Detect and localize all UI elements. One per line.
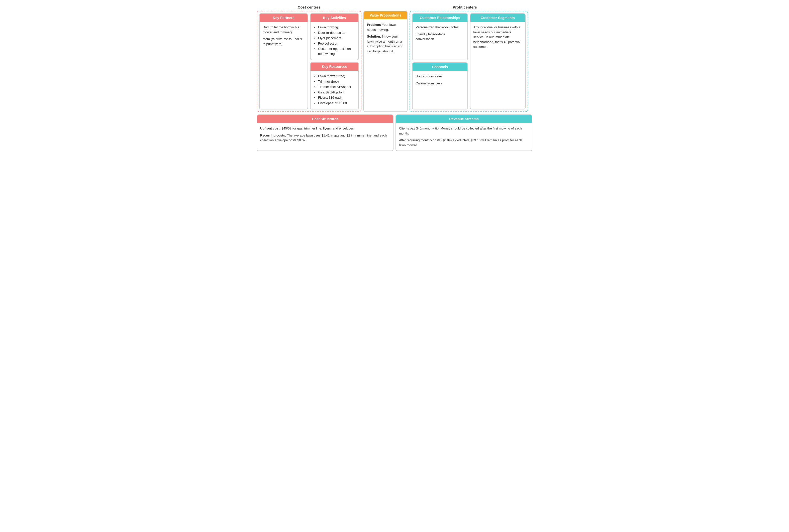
- bmc-grid: Key Partners Dad (to let me borrow his m…: [257, 11, 532, 112]
- key-activities-list: Lawn mowing Door-to-door sales Flyer pla…: [314, 25, 355, 56]
- cost-upfront-label: Upfront cost:: [260, 127, 281, 130]
- customer-segments-header: Customer Segments: [471, 14, 525, 22]
- vp-solution-label: Solution:: [367, 35, 381, 38]
- cost-upfront-text: $45/58 for gas, trimmer line, flyers, an…: [281, 127, 355, 130]
- list-item: Fee collection: [318, 41, 355, 46]
- list-item: Lawn mowing: [318, 25, 355, 30]
- customer-segments-col: Customer Segments Any individual or busi…: [470, 13, 526, 110]
- cost-structures-header: Cost Structures: [257, 115, 393, 123]
- customer-relationships-header: Customer Relationships: [412, 14, 467, 22]
- key-partners-body: Dad (to let me borrow his mower and trim…: [260, 22, 308, 109]
- list-item: Lawn mower (free): [318, 74, 355, 79]
- key-partners-card: Key Partners Dad (to let me borrow his m…: [259, 13, 308, 110]
- channel-item1: Door-to-door sales: [416, 74, 464, 79]
- cost-structures-card: Cost Structures Upfront cost: $45/58 for…: [257, 114, 393, 151]
- key-resources-body: Lawn mower (free) Trimmer (free) Timmer …: [311, 71, 359, 109]
- list-item: Gas: $2.34/gallon: [318, 90, 355, 95]
- value-propositions-col: Value Propositions Problem: Your lawn ne…: [363, 11, 407, 112]
- channels-card: Channels Door-to-door sales Call-ins fro…: [412, 62, 468, 110]
- key-activities-body: Lawn mowing Door-to-door sales Flyer pla…: [311, 22, 359, 60]
- channel-item2: Call-ins from flyers: [416, 81, 464, 86]
- vp-solution: Solution: I mow your lawn twice a month …: [367, 34, 404, 54]
- key-resources-card: Key Resources Lawn mower (free) Trimmer …: [310, 62, 359, 110]
- cr-item1: Personalized thank-you notes: [416, 25, 464, 30]
- list-item: Flyers: $16 each: [318, 95, 355, 100]
- key-partners-col: Key Partners Dad (to let me borrow his m…: [259, 13, 308, 110]
- key-resources-header: Key Resources: [311, 63, 359, 71]
- customer-segments-text: Any individual or business with a lawn n…: [474, 25, 522, 49]
- value-propositions-header: Value Propositions: [364, 11, 407, 19]
- revenue-streams-header: Revenue Streams: [396, 115, 532, 123]
- key-partners-line2: Mom (to drive me to FedEx to print flyer…: [263, 37, 305, 46]
- cr-item2: Friendly face-to-face conversation: [416, 32, 464, 42]
- list-item: Trimmer (free): [318, 79, 355, 84]
- canvas: Cost centers Profit centers Key Partners…: [257, 5, 532, 151]
- section-labels: Cost centers Profit centers: [257, 5, 532, 9]
- customer-segments-card: Customer Segments Any individual or busi…: [470, 13, 526, 110]
- list-item: Door-to-door sales: [318, 30, 355, 35]
- cost-centers-label: Cost centers: [298, 5, 320, 9]
- customer-relationships-card: Customer Relationships Personalized than…: [412, 13, 468, 60]
- list-item: Customer appreciation note writing: [318, 46, 355, 56]
- cost-upfront: Upfront cost: $45/58 for gas, trimmer li…: [260, 126, 390, 131]
- revenue-streams-body: Clients pay $40/month + tip. Money shoul…: [396, 123, 532, 151]
- profit-centers-label: Profit centers: [453, 5, 477, 9]
- profit-region: Customer Relationships Personalized than…: [409, 11, 528, 112]
- activities-resources-col: Key Activities Lawn mowing Door-to-door …: [310, 13, 359, 110]
- list-item: Flyer placement: [318, 36, 355, 41]
- revenue-streams-card: Revenue Streams Clients pay $40/month + …: [396, 114, 532, 151]
- channels-body: Door-to-door sales Call-ins from flyers: [412, 71, 467, 109]
- cost-recurring: Recurring costs: The average lawn uses $…: [260, 133, 390, 143]
- value-propositions-body: Problem: Your lawn needs mowing. Solutio…: [364, 19, 407, 112]
- channels-header: Channels: [412, 63, 467, 71]
- customer-segments-body: Any individual or business with a lawn n…: [471, 22, 525, 109]
- cost-region: Key Partners Dad (to let me borrow his m…: [257, 11, 362, 112]
- list-item: Timmer line: $16/spool: [318, 84, 355, 90]
- cost-structures-body: Upfront cost: $45/58 for gas, trimmer li…: [257, 123, 393, 151]
- vp-problem: Problem: Your lawn needs mowing.: [367, 22, 404, 32]
- key-activities-header: Key Activities: [311, 14, 359, 22]
- cost-recurring-label: Recurring costs:: [260, 133, 286, 137]
- revenue-line1: Clients pay $40/month + tip. Money shoul…: [399, 126, 529, 136]
- vp-problem-label: Problem:: [367, 23, 381, 26]
- cr-channels-col: Customer Relationships Personalized than…: [412, 13, 468, 110]
- key-resources-list: Lawn mower (free) Trimmer (free) Timmer …: [314, 74, 355, 106]
- value-propositions-card: Value Propositions Problem: Your lawn ne…: [363, 11, 407, 112]
- customer-relationships-body: Personalized thank-you notes Friendly fa…: [412, 22, 467, 60]
- revenue-line2: After recurring monthly costs ($6.84) a …: [399, 138, 529, 148]
- list-item: Envelopes: $11/500: [318, 101, 355, 106]
- key-activities-card: Key Activities Lawn mowing Door-to-door …: [310, 13, 359, 60]
- key-partners-header: Key Partners: [260, 14, 308, 22]
- key-partners-line1: Dad (to let me borrow his mower and trim…: [263, 25, 305, 35]
- bottom-row: Cost Structures Upfront cost: $45/58 for…: [257, 114, 532, 151]
